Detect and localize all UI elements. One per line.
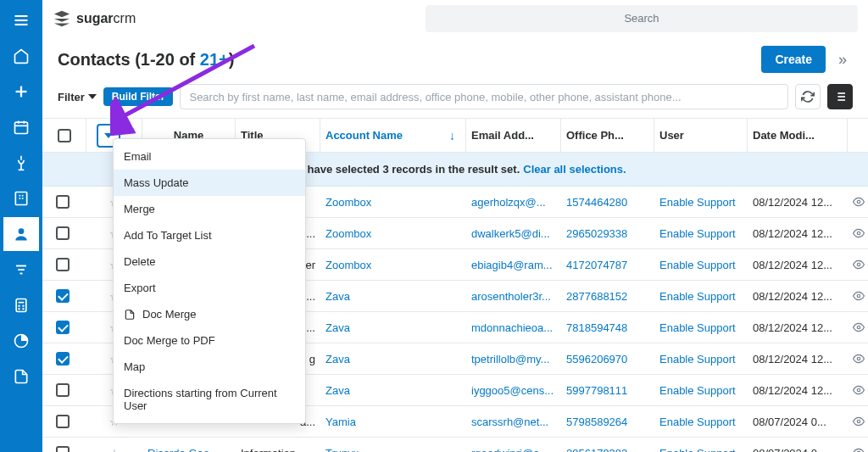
preview-icon[interactable] <box>848 320 868 335</box>
cell-phone[interactable]: 7818594748 <box>561 321 654 334</box>
global-search[interactable]: Search <box>426 5 858 32</box>
cell-phone[interactable]: 5997798111 <box>561 384 654 397</box>
preview-icon[interactable] <box>848 226 868 241</box>
pie-chart-icon[interactable] <box>3 324 39 358</box>
dropdown-item-merge[interactable]: Merge <box>114 196 305 222</box>
dropdown-item-add-to-target-list[interactable]: Add To Target List <box>114 222 305 248</box>
cell-account[interactable]: Zoombox <box>320 196 466 209</box>
row-checkbox[interactable] <box>56 289 70 303</box>
calendar-icon[interactable] <box>3 110 39 144</box>
svg-point-33 <box>857 294 860 298</box>
logo[interactable]: sugarcrm <box>53 9 136 28</box>
svg-rect-18 <box>16 299 26 312</box>
cell-email[interactable]: agerholzqx@... <box>466 196 561 209</box>
cell-phone[interactable]: 5596206970 <box>561 353 654 366</box>
cell-account[interactable]: Zoombox <box>320 227 466 240</box>
cell-phone[interactable]: 5798589264 <box>561 416 654 428</box>
row-checkbox[interactable] <box>56 352 70 366</box>
cell-email[interactable]: mdonnachieoa... <box>466 321 561 334</box>
leads-icon[interactable] <box>3 146 39 180</box>
cell-phone[interactable]: 1574464280 <box>561 196 654 209</box>
cell-user[interactable]: Enable Support <box>654 290 748 303</box>
favorite-icon[interactable]: ☆ <box>86 447 142 453</box>
cell-email[interactable]: ebiagib4@ram... <box>466 259 561 271</box>
cell-email[interactable]: arosentholer3r... <box>466 290 561 303</box>
dropdown-item-export[interactable]: Export <box>114 275 305 301</box>
cell-account[interactable]: Zava <box>320 353 466 366</box>
dropdown-item-mass-update[interactable]: Mass Update <box>114 170 305 196</box>
dropdown-item-doc-merge-to-pdf[interactable]: Doc Merge to PDF <box>114 327 305 354</box>
cell-account[interactable]: Zava <box>320 321 466 334</box>
svg-point-23 <box>23 309 24 310</box>
cell-email[interactable]: dwalkerk5@di... <box>466 227 561 240</box>
filter-search-input[interactable] <box>180 84 788 109</box>
cell-user[interactable]: Enable Support <box>654 447 748 453</box>
col-account[interactable]: Account Name ↓ <box>320 119 466 152</box>
list-view-button[interactable] <box>827 84 853 109</box>
cell-email[interactable]: rgoodwinrj@c... <box>466 447 561 453</box>
cell-phone[interactable]: 2956179382 <box>561 447 654 453</box>
cell-phone[interactable]: 2877688152 <box>561 290 654 303</box>
row-checkbox[interactable] <box>56 195 70 209</box>
dropdown-item-directions-starting-from-current-user[interactable]: Directions starting from Current User <box>114 380 305 419</box>
row-checkbox[interactable] <box>56 415 70 428</box>
row-checkbox[interactable] <box>56 258 70 271</box>
cell-user[interactable]: Enable Support <box>654 321 748 334</box>
col-date[interactable]: Date Modi... <box>748 119 848 152</box>
cell-user[interactable]: Enable Support <box>654 227 748 240</box>
contacts-icon[interactable] <box>3 217 39 251</box>
cell-account[interactable]: Yamia <box>320 416 466 428</box>
build-filter-button[interactable]: Build Filter <box>103 87 174 106</box>
cell-user[interactable]: Enable Support <box>654 196 748 209</box>
col-phone[interactable]: Office Ph... <box>561 119 654 152</box>
cell-user[interactable]: Enable Support <box>654 416 748 428</box>
row-checkbox[interactable] <box>56 226 70 240</box>
dropdown-item-delete[interactable]: Delete <box>114 248 305 275</box>
select-all-checkbox[interactable] <box>58 129 71 142</box>
col-user[interactable]: User <box>654 119 748 152</box>
preview-icon[interactable] <box>848 414 868 429</box>
row-checkbox[interactable] <box>56 383 70 397</box>
cell-user[interactable]: Enable Support <box>654 384 748 397</box>
create-button[interactable]: Create <box>761 46 826 73</box>
refresh-button[interactable] <box>795 84 821 109</box>
row-checkbox[interactable] <box>56 321 70 334</box>
svg-point-32 <box>857 263 860 266</box>
cell-email[interactable]: iyggoo5@cens... <box>466 384 561 397</box>
filter-toggle[interactable]: Filter <box>58 91 97 103</box>
preview-icon[interactable] <box>848 288 868 304</box>
home-icon[interactable] <box>3 39 39 73</box>
cell-name[interactable]: Ricardo Goo... <box>142 447 236 453</box>
logo-text-bold: sugar <box>76 11 114 25</box>
logo-text-light: crm <box>114 11 136 25</box>
row-checkbox[interactable] <box>56 446 70 452</box>
filter-icon[interactable] <box>3 253 39 287</box>
plus-icon[interactable] <box>3 75 39 109</box>
cell-phone[interactable]: 2965029338 <box>561 227 654 240</box>
calculator-icon[interactable] <box>3 288 39 322</box>
dropdown-item-map[interactable]: Map <box>114 354 305 380</box>
cell-user[interactable]: Enable Support <box>654 259 748 271</box>
cell-email[interactable]: scarssrh@net... <box>466 416 561 428</box>
preview-icon[interactable] <box>848 351 868 366</box>
preview-icon[interactable] <box>848 382 868 398</box>
accounts-icon[interactable] <box>3 181 39 215</box>
cell-account[interactable]: Zava <box>320 384 466 397</box>
cell-account[interactable]: Trunyx <box>320 447 466 453</box>
cell-email[interactable]: tpetrillolb@my... <box>466 353 561 366</box>
dropdown-item-doc-merge[interactable]: Doc Merge <box>114 301 305 327</box>
more-actions-icon[interactable]: » <box>832 45 853 74</box>
preview-icon[interactable] <box>848 445 868 452</box>
clear-selections-link[interactable]: Clear all selections. <box>523 163 626 176</box>
document-icon[interactable] <box>3 360 39 393</box>
cell-phone[interactable]: 4172074787 <box>561 259 654 271</box>
preview-icon[interactable] <box>848 257 868 272</box>
hamburger-icon[interactable] <box>3 3 39 37</box>
cell-account[interactable]: Zoombox <box>320 259 466 271</box>
cell-account[interactable]: Zava <box>320 290 466 303</box>
svg-point-14 <box>19 228 25 234</box>
preview-icon[interactable] <box>848 194 868 209</box>
dropdown-item-email[interactable]: Email <box>114 143 305 170</box>
col-email[interactable]: Email Add... <box>466 119 561 152</box>
cell-user[interactable]: Enable Support <box>654 353 748 366</box>
